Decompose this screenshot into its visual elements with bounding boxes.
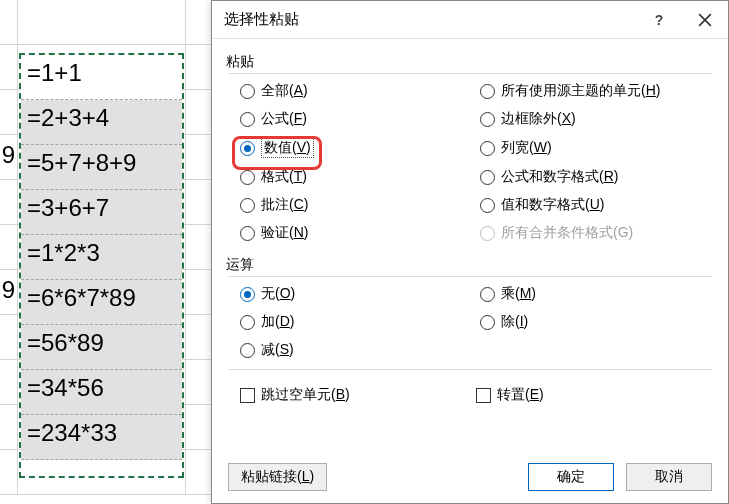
checkbox-row: 跳过空单元(B) 转置(E) [228, 376, 712, 404]
radio-op-multiply[interactable]: 乘(M) [480, 285, 712, 303]
radio-op-divide[interactable]: 除(I) [480, 313, 712, 331]
check-label: 转置(E) [497, 386, 544, 404]
radio-label: 数值(V) [261, 138, 314, 158]
radio-icon [240, 84, 255, 99]
button-label: 确定 [557, 468, 585, 486]
radio-paste-formulas[interactable]: 公式(F) [240, 110, 472, 128]
radio-label: 验证(N) [261, 224, 308, 242]
separator [228, 73, 712, 74]
radio-paste-no-borders[interactable]: 边框除外(X) [480, 110, 712, 128]
radio-paste-values-num[interactable]: 值和数字格式(U) [480, 196, 712, 214]
radio-icon [240, 315, 255, 330]
dialog-titlebar: 选择性粘贴 ? [212, 1, 728, 39]
radio-label: 所有使用源主题的单元(H) [501, 82, 660, 100]
radio-paste-all[interactable]: 全部(A) [240, 82, 472, 100]
radio-paste-formats[interactable]: 格式(T) [240, 168, 472, 186]
radio-label: 所有合并条件格式(G) [501, 224, 633, 242]
radio-paste-formulas-num[interactable]: 公式和数字格式(R) [480, 168, 712, 186]
radio-label: 边框除外(X) [501, 110, 576, 128]
radio-label: 减(S) [261, 341, 294, 359]
radio-icon [480, 170, 495, 185]
formula-cell[interactable]: =3+6+7 [21, 190, 182, 235]
check-transpose[interactable]: 转置(E) [476, 386, 712, 404]
separator [228, 369, 712, 370]
radio-label: 乘(M) [501, 285, 536, 303]
formula-cell[interactable]: =6*6*7*89 [21, 280, 182, 325]
radio-icon [240, 141, 255, 156]
operation-group-label: 运算 [226, 256, 712, 274]
help-button[interactable]: ? [636, 1, 682, 39]
radio-icon [480, 141, 495, 156]
radio-icon [480, 84, 495, 99]
selection-marquee: =1+1 =2+3+4 =5+7+8+9 =3+6+7 =1*2*3 =6*6*… [19, 53, 184, 478]
dialog-title: 选择性粘贴 [224, 10, 636, 29]
radio-icon [480, 287, 495, 302]
radio-label: 格式(T) [261, 168, 307, 186]
radio-icon [480, 226, 495, 241]
radio-label: 无(O) [261, 285, 295, 303]
formula-cell[interactable]: =5+7+8+9 [21, 145, 182, 190]
separator [228, 276, 712, 277]
checkbox-icon [476, 388, 491, 403]
radio-label: 列宽(W) [501, 139, 552, 157]
radio-icon [480, 112, 495, 127]
radio-label: 公式和数字格式(R) [501, 168, 618, 186]
button-label: 粘贴链接(L) [241, 468, 314, 486]
close-button[interactable] [682, 1, 728, 39]
radio-paste-validation[interactable]: 验证(N) [240, 224, 472, 242]
radio-icon [240, 287, 255, 302]
radio-op-subtract[interactable]: 减(S) [240, 341, 472, 359]
radio-label: 值和数字格式(U) [501, 196, 604, 214]
formula-cell[interactable]: =1+1 [21, 55, 182, 100]
radio-paste-values[interactable]: 数值(V) [240, 138, 472, 158]
radio-label: 除(I) [501, 313, 528, 331]
radio-label: 全部(A) [261, 82, 308, 100]
paste-link-button[interactable]: 粘贴链接(L) [228, 463, 327, 491]
paste-special-dialog: 选择性粘贴 ? 粘贴 全部(A) 所有使用源主题的单元(H) 公式(F) [211, 0, 729, 504]
formula-cell[interactable]: =34*56 [21, 370, 182, 415]
radio-icon [240, 198, 255, 213]
radio-label: 批注(C) [261, 196, 308, 214]
formula-cell[interactable]: =56*89 [21, 325, 182, 370]
radio-op-none[interactable]: 无(O) [240, 285, 472, 303]
paste-options-grid: 全部(A) 所有使用源主题的单元(H) 公式(F) 边框除外(X) 数值(V) [228, 80, 712, 250]
operation-options-grid: 无(O) 乘(M) 加(D) 除(I) 减(S) [228, 283, 712, 367]
radio-icon [480, 198, 495, 213]
formula-cell[interactable]: =1*2*3 [21, 235, 182, 280]
formula-cell[interactable]: =234*33 [21, 415, 182, 460]
radio-label: 公式(F) [261, 110, 307, 128]
radio-icon [240, 343, 255, 358]
radio-icon [480, 315, 495, 330]
close-icon [698, 13, 712, 27]
radio-icon [240, 170, 255, 185]
paste-group-label: 粘贴 [226, 53, 712, 71]
check-skip-blanks[interactable]: 跳过空单元(B) [240, 386, 476, 404]
radio-paste-col-widths[interactable]: 列宽(W) [480, 138, 712, 158]
radio-paste-comments[interactable]: 批注(C) [240, 196, 472, 214]
cell-a-value: 9 [2, 276, 15, 304]
ok-button[interactable]: 确定 [528, 463, 614, 491]
radio-label: 加(D) [261, 313, 294, 331]
radio-paste-all-cond: 所有合并条件格式(G) [480, 224, 712, 242]
radio-icon [240, 112, 255, 127]
cell-a-value: 9 [2, 141, 15, 169]
check-label: 跳过空单元(B) [261, 386, 350, 404]
checkbox-icon [240, 388, 255, 403]
formula-cell[interactable]: =2+3+4 [21, 100, 182, 145]
radio-icon [240, 226, 255, 241]
radio-op-add[interactable]: 加(D) [240, 313, 472, 331]
radio-paste-all-theme[interactable]: 所有使用源主题的单元(H) [480, 82, 712, 100]
cancel-button[interactable]: 取消 [626, 463, 712, 491]
dialog-footer: 粘贴链接(L) 确定 取消 [212, 451, 728, 503]
button-label: 取消 [655, 468, 683, 486]
